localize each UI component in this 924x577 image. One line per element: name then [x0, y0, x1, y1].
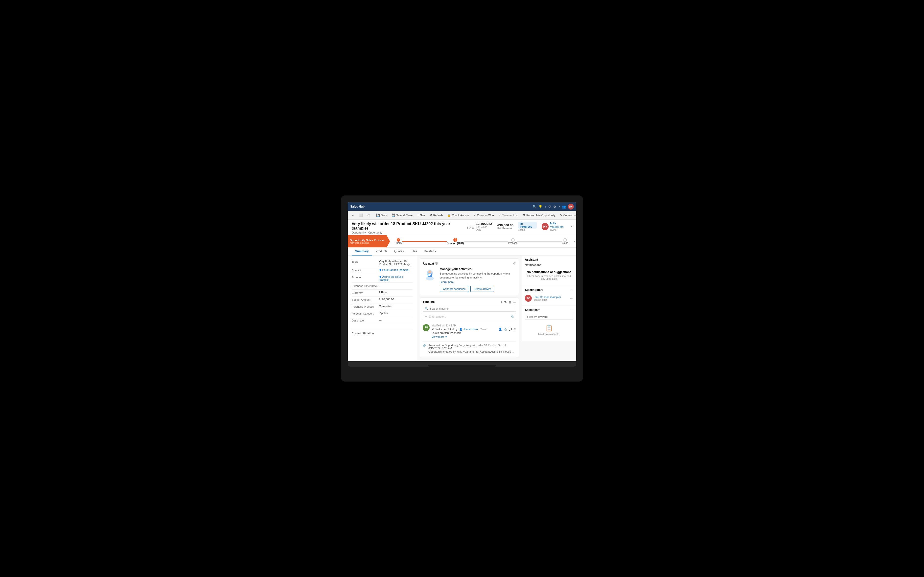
assistant-section: Assistant Notifications No notifications… — [522, 256, 576, 285]
step-qualify[interactable]: ✓ Qualify — [394, 238, 402, 244]
right-panel: Assistant Notifications No notifications… — [522, 256, 576, 361]
connect-sequence-button[interactable]: ⤷ Connect sequence — [558, 213, 576, 218]
save-button[interactable]: 💾 Save — [374, 213, 389, 218]
refresh-mini-icon: ↺ — [367, 213, 370, 217]
timeline-note-area[interactable]: ✏ Enter a note... 📎 — [423, 313, 516, 320]
sales-team-more-icon[interactable]: ⋯ — [570, 308, 573, 312]
item-action-4[interactable]: 🗑 — [514, 328, 516, 331]
svg-rect-3 — [428, 274, 431, 275]
tab-files[interactable]: Files — [407, 248, 420, 256]
timeline-delete-icon[interactable]: 🗑 — [508, 300, 512, 304]
plus-icon[interactable]: + — [544, 205, 546, 209]
up-next-refresh-icon[interactable]: ↺ — [513, 262, 516, 265]
stakeholders-more-icon[interactable]: ⋯ — [570, 288, 573, 292]
close-as-lost-button[interactable]: ✕ Close as Lost — [496, 213, 520, 218]
process-label: Opportunity Sales Process Active for 9 m… — [348, 235, 386, 247]
field-currency: Currency € Euro — [352, 290, 413, 297]
save-close-button[interactable]: 💾 Save & Close — [389, 213, 415, 218]
help-icon[interactable]: ? — [558, 205, 560, 209]
step-qualify-label: Qualify — [394, 242, 402, 244]
timeline-avatar-jh: JH — [423, 324, 430, 331]
status-badge: In Progress — [519, 222, 536, 229]
check-access-icon: 🔒 — [447, 213, 451, 217]
save-icon: 💾 — [376, 213, 380, 217]
view-more-button[interactable]: View more ▾ — [431, 334, 516, 340]
app-title: Sales Hub — [350, 205, 365, 208]
field-account: Account Alpine Ski House (sample) — [352, 274, 413, 283]
timeline-post-1: 🔗 Auto-post on Opportunity Very likely w… — [423, 342, 516, 355]
learn-more-link[interactable]: Learn more — [440, 280, 454, 284]
up-next-info-icon[interactable]: ⓘ — [435, 262, 438, 265]
revenue-field: €30,000.00 Est. Revenue — [498, 223, 514, 230]
new-button[interactable]: + New — [415, 213, 427, 218]
create-activity-button[interactable]: Create activity — [470, 286, 494, 292]
post-link-icon: 🔗 — [423, 344, 426, 353]
step-develop[interactable]: Develop (18 D) — [447, 238, 464, 245]
recalculate-button[interactable]: ⚙ Recalculate Opportunity — [521, 213, 557, 218]
search-icon[interactable]: 🔍 — [533, 205, 536, 209]
process-steps: ✓ Qualify Develop (18 D) Propose — [391, 235, 572, 247]
account-link[interactable]: Alpine Ski House (sample) — [379, 275, 413, 281]
view-more-chevron-icon: ▾ — [446, 335, 447, 338]
field-topic: Topic Very likely will order 18 Product … — [352, 258, 413, 267]
process-next-button[interactable]: › — [572, 235, 576, 247]
timeline-search-icon: 🔍 — [425, 307, 428, 310]
record-breadcrumb[interactable]: Opportunity › Opportunity — [352, 231, 476, 234]
tab-summary[interactable]: Summary — [352, 248, 372, 256]
timeline-more-icon[interactable]: ⋯ — [513, 300, 516, 304]
sales-team-empty: 📋 No data available. — [525, 322, 573, 338]
tab-related[interactable]: Related ▾ — [420, 248, 439, 256]
item-action-3[interactable]: 💬 — [509, 328, 512, 331]
timeline-search-input[interactable] — [430, 307, 514, 310]
contact-link[interactable]: Paul Cannon (sample) — [379, 268, 413, 271]
note-attachment-icon[interactable]: 📎 — [510, 315, 514, 318]
refresh-mini-button[interactable]: ↺ — [365, 213, 372, 218]
save-close-icon: 💾 — [391, 213, 395, 217]
svg-point-1 — [426, 277, 434, 280]
close-as-won-button[interactable]: ✓ Close as Won — [472, 213, 496, 218]
filter-icon[interactable]: ⚗ — [548, 205, 551, 209]
item-action-2[interactable]: 📎 — [504, 328, 507, 331]
step-propose-circle — [511, 238, 515, 242]
svg-rect-4 — [428, 275, 430, 276]
sales-team-filter-input[interactable] — [525, 314, 573, 320]
close-as-lost-icon: ✕ — [498, 213, 501, 217]
check-access-button[interactable]: 🔒 Check Access — [445, 213, 471, 218]
connect-sequence-button-card[interactable]: Connect sequence — [440, 286, 469, 292]
refresh-button[interactable]: ↺ Refresh — [428, 213, 445, 218]
timeline-filter-icon[interactable]: ⚗ — [504, 300, 507, 304]
item-action-1[interactable]: 👤 — [499, 328, 502, 331]
step-close[interactable]: Close — [562, 238, 569, 244]
user-avatar[interactable]: MV — [568, 204, 574, 210]
step-develop-label: Develop (18 D) — [447, 242, 464, 245]
people-icon[interactable]: 👥 — [562, 205, 566, 209]
up-next-card: Up next ⓘ ↺ — [420, 258, 519, 295]
back-button[interactable]: ← — [350, 213, 357, 218]
tab-products[interactable]: Products — [372, 248, 391, 256]
owner-avatar[interactable]: MV — [542, 223, 549, 230]
connect-sequence-icon: ⤷ — [560, 213, 562, 217]
center-panel: Up next ⓘ ↺ — [417, 256, 522, 361]
restore-button[interactable]: ⬜ — [357, 213, 365, 218]
current-situation-label: Current Situation — [352, 331, 379, 335]
connector-1 — [402, 241, 447, 242]
stakeholder-avatar: PC — [525, 295, 532, 302]
gear-icon[interactable]: ⚙ — [553, 205, 556, 209]
step-close-label: Close — [562, 242, 569, 244]
tab-quotes[interactable]: Quotes — [391, 248, 407, 256]
svg-point-5 — [428, 271, 431, 274]
owner-chevron-icon[interactable]: ▾ — [571, 225, 572, 228]
stakeholder-item-more-icon[interactable]: ⋯ — [570, 297, 573, 300]
lightbulb-icon[interactable]: 💡 — [538, 205, 543, 209]
currency-value[interactable]: € Euro — [379, 291, 413, 294]
laptop-base — [348, 362, 576, 367]
owner-field: MV Milla Väänänen Owner ▾ — [542, 222, 573, 231]
field-forecast-category: Forecast Category Pipeline — [352, 310, 413, 317]
step-propose[interactable]: Propose — [508, 238, 517, 244]
timeline-add-icon[interactable]: + — [500, 300, 502, 304]
field-budget-amount: Budget Amount €120,000.00 — [352, 297, 413, 303]
saved-status: - Saved — [467, 223, 476, 229]
record-header: Very likely will order 18 Product SKU JJ… — [348, 220, 576, 235]
field-purchase-process: Purchase Process Committee — [352, 303, 413, 310]
tabs-bar: Summary Products Quotes Files Related ▾ — [348, 248, 576, 256]
